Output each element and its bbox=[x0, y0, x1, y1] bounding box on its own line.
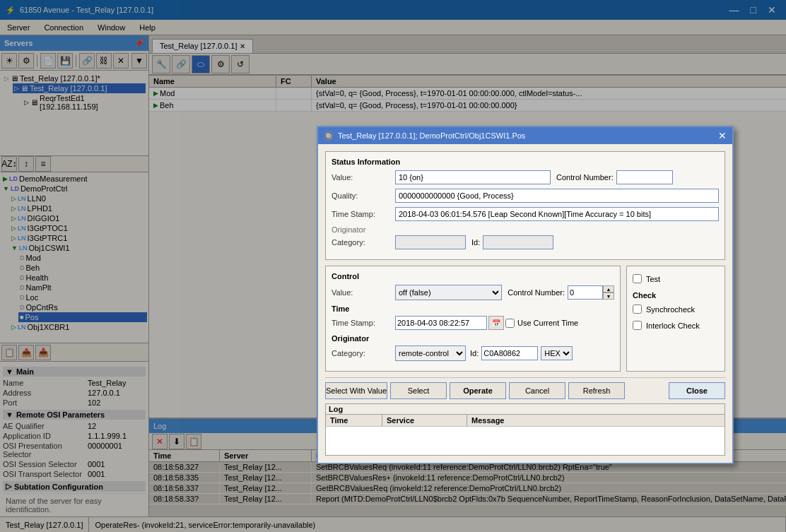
quality-row: Quality: bbox=[332, 189, 719, 203]
control-section: Control Value: off (false) on (true) Con… bbox=[325, 266, 621, 372]
test-check-row: Test bbox=[633, 274, 719, 283]
originator-sub: Originator Category: Id: bbox=[332, 225, 719, 249]
id-label-1: Id: bbox=[471, 238, 480, 247]
originator-cat-row: Category: Id: bbox=[332, 235, 719, 249]
ctrl-number-label: Control Number: bbox=[508, 288, 565, 297]
modal-log-col-time: Time bbox=[326, 415, 382, 426]
time-stamp-row: Time Stamp: 📅 Use Current Time bbox=[332, 316, 614, 330]
modal-title-bar: 🔘 Test_Relay [127.0.0.1]; DemoProtCtrl/O… bbox=[318, 127, 732, 144]
timestamp-input[interactable] bbox=[395, 207, 719, 221]
check-header: Check bbox=[633, 291, 719, 300]
modal-log-title: Log bbox=[329, 405, 343, 413]
category-input-1 bbox=[395, 235, 466, 249]
originator-label-gray: Originator bbox=[332, 225, 365, 234]
test-checkbox[interactable] bbox=[633, 274, 642, 283]
id-input-1 bbox=[483, 235, 553, 249]
modal-radio-icon: 🔘 bbox=[324, 131, 334, 141]
use-current-time-text: Use Current Time bbox=[517, 319, 578, 327]
modal-log-body bbox=[326, 427, 725, 455]
calendar-button[interactable]: 📅 bbox=[488, 316, 504, 330]
modal-title-text: Test_Relay [127.0.0.1]; DemoProtCtrl/Obj… bbox=[338, 131, 525, 140]
modal-buttons: Select With Value Select Operate Cancel … bbox=[325, 377, 725, 399]
refresh-button[interactable]: Refresh bbox=[568, 382, 625, 399]
timestamp-row: Time Stamp: bbox=[332, 207, 719, 221]
control-value-select[interactable]: off (false) on (true) bbox=[395, 285, 502, 300]
status-info-header: Status Information bbox=[332, 158, 719, 166]
control-number-label: Control Number: bbox=[556, 173, 614, 182]
operate-button[interactable]: Operate bbox=[450, 382, 506, 399]
synchrocheck-row: Synchrocheck bbox=[633, 305, 719, 314]
synchrocheck-label: Synchrocheck bbox=[646, 305, 695, 314]
modal-log-cols: Time Service Message bbox=[326, 415, 725, 427]
select-with-value-button[interactable]: Select With Value bbox=[325, 382, 387, 399]
timestamp-label: Time Stamp: bbox=[332, 210, 395, 218]
interlock-check-row: Interlock Check bbox=[633, 321, 719, 330]
modal-close-button[interactable]: ✕ bbox=[718, 130, 727, 141]
interlock-checkbox[interactable] bbox=[633, 321, 642, 330]
category-label-1: Category: bbox=[332, 238, 395, 247]
value-row: Value: Control Number: bbox=[332, 170, 719, 184]
close-button[interactable]: Close bbox=[669, 382, 725, 399]
category-label-2: Category: bbox=[332, 349, 395, 357]
ctrl-spin-up[interactable]: ▲ bbox=[603, 285, 614, 292]
interlock-label: Interlock Check bbox=[646, 321, 700, 330]
time-sub-section: Time Time Stamp: 📅 Use Current Time bbox=[332, 305, 614, 330]
time-stamp-label: Time Stamp: bbox=[332, 319, 395, 327]
test-label: Test bbox=[646, 275, 660, 283]
control-value-label: Value: bbox=[332, 288, 395, 297]
checks-section: Test Check Synchrocheck Interlock Check bbox=[626, 266, 725, 372]
status-value-label: Value: bbox=[332, 173, 395, 182]
ctrl-spin-down[interactable]: ▼ bbox=[603, 292, 614, 300]
control-checks-row: Control Value: off (false) on (true) Con… bbox=[325, 266, 725, 372]
control-header: Control bbox=[332, 272, 614, 280]
status-value-input[interactable] bbox=[395, 170, 551, 184]
originator-section-2: Originator Category: remote-control stat… bbox=[332, 334, 614, 361]
control-value-row: Value: off (false) on (true) Control Num… bbox=[332, 285, 614, 300]
time-stamp-input[interactable] bbox=[395, 316, 487, 330]
modal-log-col-message: Message bbox=[467, 415, 725, 426]
modal-body: Status Information Value: Control Number… bbox=[318, 144, 732, 463]
modal-dialog: 🔘 Test_Relay [127.0.0.1]; DemoProtCtrl/O… bbox=[317, 126, 734, 464]
modal-log-col-service: Service bbox=[382, 415, 467, 426]
id-label-2: Id: bbox=[470, 349, 479, 357]
modal-log: Log Time Service Message bbox=[325, 403, 725, 456]
ctrl-number-input[interactable] bbox=[568, 285, 603, 300]
cancel-button[interactable]: Cancel bbox=[509, 382, 565, 399]
id-input-2[interactable] bbox=[481, 346, 538, 360]
modal-log-header: Log bbox=[326, 404, 725, 415]
use-current-label: Use Current Time bbox=[505, 319, 578, 328]
quality-label: Quality: bbox=[332, 191, 395, 200]
control-number-input[interactable] bbox=[616, 170, 673, 184]
quality-input[interactable] bbox=[395, 189, 719, 203]
originator-row-2: Category: remote-control station-control… bbox=[332, 345, 614, 361]
use-current-time-checkbox[interactable] bbox=[505, 319, 515, 328]
time-header: Time bbox=[332, 305, 614, 313]
synchrocheck-checkbox[interactable] bbox=[633, 305, 642, 314]
status-info-section: Status Information Value: Control Number… bbox=[325, 151, 725, 260]
modal-overlay: 🔘 Test_Relay [127.0.0.1]; DemoProtCtrl/O… bbox=[0, 0, 786, 532]
category-select[interactable]: remote-control station-control automatic… bbox=[395, 345, 466, 361]
select-button[interactable]: Select bbox=[390, 382, 447, 399]
originator-header-2: Originator bbox=[332, 334, 614, 343]
hex-select[interactable]: HEX DEC bbox=[541, 346, 573, 360]
